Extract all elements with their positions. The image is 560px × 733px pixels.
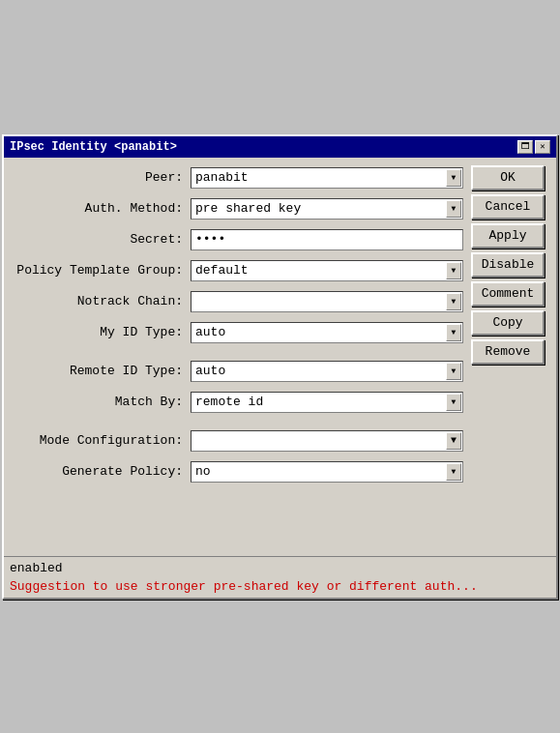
generate-policy-select[interactable]: no — [191, 461, 463, 483]
buttons-area: OK Cancel Apply Disable Comment Copy Rem… — [471, 165, 548, 548]
peer-select[interactable]: panabit — [191, 167, 463, 189]
mode-configuration-row: Mode Configuration: ▼ — [12, 428, 463, 454]
form-area: Peer: panabit ▼ Auth. Method: pre shared… — [12, 165, 463, 548]
window-title: IPsec Identity <panabit> — [10, 140, 177, 154]
mode-configuration-select[interactable] — [191, 430, 463, 452]
my-id-type-wrapper: auto ▼ — [191, 322, 463, 343]
spacer-2 — [12, 421, 463, 428]
auth-method-label: Auth. Method: — [12, 201, 191, 216]
close-button[interactable]: ✕ — [535, 140, 550, 154]
peer-select-wrapper: panabit ▼ — [191, 167, 463, 189]
generate-policy-row: Generate Policy: no ▼ — [12, 459, 463, 484]
spacer-large — [12, 490, 463, 548]
status-suggestion-text: Suggestion to use stronger pre-shared ke… — [10, 577, 550, 596]
notrack-chain-row: Notrack Chain: ▼ — [12, 289, 463, 314]
restore-button[interactable]: 🗖 — [517, 140, 533, 154]
main-window: IPsec Identity <panabit> 🗖 ✕ Peer: panab… — [2, 134, 558, 600]
comment-button[interactable]: Comment — [471, 281, 545, 307]
my-id-type-row: My ID Type: auto ▼ — [12, 320, 463, 345]
policy-template-group-label: Policy Template Group: — [12, 263, 191, 278]
policy-template-group-row: Policy Template Group: default ▼ — [12, 258, 463, 283]
notrack-chain-select[interactable] — [191, 291, 463, 312]
secret-row: Secret: — [12, 227, 463, 252]
window-body: Peer: panabit ▼ Auth. Method: pre shared… — [4, 158, 556, 556]
ok-button[interactable]: OK — [471, 165, 545, 191]
mode-configuration-wrapper: ▼ — [191, 430, 463, 452]
secret-input[interactable] — [191, 229, 463, 250]
apply-button[interactable]: Apply — [471, 223, 545, 249]
peer-row: Peer: panabit ▼ — [12, 165, 463, 191]
policy-template-group-select[interactable]: default — [191, 260, 463, 281]
notrack-chain-wrapper: ▼ — [191, 291, 463, 312]
auth-method-row: Auth. Method: pre shared key ▼ — [12, 196, 463, 221]
remote-id-type-select[interactable]: auto — [191, 361, 463, 382]
status-bar: enabled Suggestion to use stronger pre-s… — [4, 556, 556, 598]
remote-id-type-wrapper: auto ▼ — [191, 361, 463, 382]
match-by-label: Match By: — [12, 395, 191, 409]
mode-configuration-label: Mode Configuration: — [12, 433, 191, 448]
peer-label: Peer: — [12, 170, 191, 185]
match-by-row: Match By: remote id ▼ — [12, 390, 463, 415]
notrack-chain-label: Notrack Chain: — [12, 294, 191, 308]
my-id-type-label: My ID Type: — [12, 325, 191, 339]
title-bar: IPsec Identity <panabit> 🗖 ✕ — [4, 136, 556, 158]
cancel-button[interactable]: Cancel — [471, 194, 545, 220]
title-bar-controls: 🗖 ✕ — [517, 140, 550, 154]
disable-button[interactable]: Disable — [471, 252, 545, 278]
remote-id-type-label: Remote ID Type: — [12, 364, 191, 378]
match-by-wrapper: remote id ▼ — [191, 392, 463, 413]
my-id-type-select[interactable]: auto — [191, 322, 463, 343]
generate-policy-wrapper: no ▼ — [191, 461, 463, 483]
auth-method-select-wrapper: pre shared key ▼ — [191, 198, 463, 220]
policy-template-group-wrapper: default ▼ — [191, 260, 463, 281]
secret-label: Secret: — [12, 232, 191, 247]
copy-button[interactable]: Copy — [471, 310, 545, 336]
remove-button[interactable]: Remove — [471, 339, 545, 365]
match-by-select[interactable]: remote id — [191, 392, 463, 413]
status-enabled-text: enabled — [10, 559, 550, 577]
generate-policy-label: Generate Policy: — [12, 464, 191, 479]
spacer-1 — [12, 351, 463, 359]
remote-id-type-row: Remote ID Type: auto ▼ — [12, 359, 463, 384]
auth-method-select[interactable]: pre shared key — [191, 198, 463, 220]
